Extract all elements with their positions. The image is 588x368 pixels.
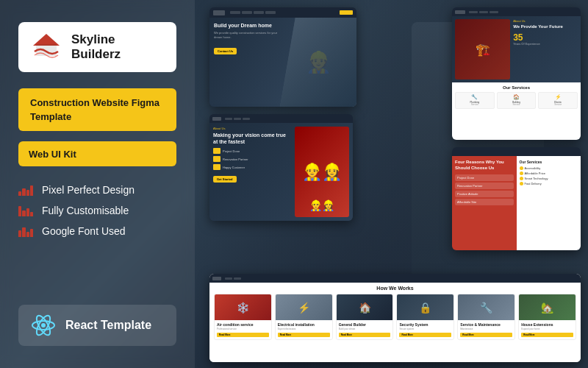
why-reason-4: Affordable Site — [455, 199, 514, 205]
mock-logo — [213, 10, 225, 15]
why-reason-1: Project Done — [455, 174, 514, 181]
why-service-3: Smart Technology — [520, 177, 578, 180]
hero-title: Build your Dream home — [214, 22, 283, 29]
why-service-4: Fast Delivery — [520, 182, 578, 185]
react-badge: React Template — [18, 305, 176, 346]
why-service-1: Accessibility — [520, 166, 578, 170]
why-reason-3: Positive Attitude — [455, 191, 514, 197]
why-right-panel: Our Services Accessibility Affordable Pr… — [517, 156, 581, 250]
brand-name: Skyline Builderz — [71, 32, 165, 63]
how-card-6: 🏡 House Extensions Expand your home Read… — [518, 294, 576, 340]
mockup-hero: Build your Dream home We provide quality… — [209, 7, 356, 107]
pixel-perfect-icon — [18, 184, 33, 196]
mockup-about-page: About Us Making your vision come true at… — [209, 114, 353, 221]
left-panel: Skyline Builderz Construction Website Fi… — [0, 0, 195, 368]
react-icon — [30, 312, 57, 339]
mockups-panel: Build your Dream home We provide quality… — [198, 0, 588, 368]
mockup-why-choose: Four Reasons Why You Should Choose Us Pr… — [452, 147, 581, 250]
hero-sub: We provide quality construction services… — [214, 31, 283, 39]
webui-badge: Web UI Kit — [18, 141, 176, 166]
ap-feat-3: Happy Customer — [213, 164, 291, 170]
how-works-cards: ❄️ Air condition service Professional se… — [214, 294, 576, 340]
feature-customisable: Fully Customisable — [18, 205, 176, 216]
ap-cta: Get Started — [213, 176, 237, 183]
ap-feat-2: Renovation Partner — [213, 156, 291, 162]
svg-point-2 — [41, 323, 46, 328]
how-card-5: 🔧 Service & Maintenance Maintenance Read… — [457, 294, 515, 340]
feature-pixel-perfect: Pixel Perfect Design — [18, 184, 176, 196]
why-left-panel: Four Reasons Why You Should Choose Us Pr… — [452, 156, 517, 250]
how-works-title: How We Works — [214, 286, 576, 291]
feature-google-font-label: Google Font Used — [42, 225, 126, 237]
feature-customisable-label: Fully Customisable — [42, 205, 129, 216]
about-title: We Provide Your Future — [513, 24, 578, 30]
stat-label: Years Of Experience — [513, 42, 578, 46]
mockup-about-services: 🏗️ About Us We Provide Your Future 35 Ye… — [452, 7, 581, 140]
service-item-2: 🏠 Building Service — [497, 92, 537, 109]
hero-cta: Contact Us — [214, 48, 237, 54]
hero-image: 👷 — [280, 18, 356, 107]
ap-workers-image: 👷‍♂️👷‍♀️ — [295, 127, 349, 217]
service-item-3: ⚡ Electric Service — [538, 92, 578, 109]
how-card-4: 🔒 Security System Secure system Read Mor… — [396, 294, 454, 340]
about-image: 🏗️ — [455, 19, 510, 79]
about-tag: About Us — [513, 19, 578, 23]
stat-number: 35 — [513, 33, 578, 42]
google-font-icon — [18, 225, 33, 237]
features-list: Pixel Perfect Design Fully Customisable … — [18, 184, 176, 237]
logo-area: Skyline Builderz — [18, 22, 176, 72]
mockup-how-works: How We Works ❄️ Air condition service Pr… — [209, 274, 581, 362]
figma-badge-text: Construction Website Figma Template — [30, 97, 159, 122]
logo-icon — [30, 31, 62, 63]
react-badge-text: React Template — [65, 319, 151, 332]
how-card-2: ⚡ Electrical installation Expert electri… — [275, 294, 333, 340]
ap-tag: About Us — [213, 127, 291, 130]
why-title: Four Reasons Why You Should Choose Us — [455, 160, 514, 171]
services-section: Our Services 🔧 Plumbing Service 🏠 Buildi… — [452, 82, 581, 140]
feature-pixel-perfect-label: Pixel Perfect Design — [42, 184, 135, 196]
figma-badge: Construction Website Figma Template — [18, 88, 176, 131]
svg-marker-0 — [33, 34, 60, 46]
ap-feat-1: Project Done — [213, 148, 291, 154]
service-item-1: 🔧 Plumbing Service — [455, 92, 495, 109]
why-service-2: Affordable Price — [520, 171, 578, 175]
why-services-title: Our Services — [520, 160, 578, 164]
how-card-3: 🏠 General Builder Build your dream Read … — [336, 294, 394, 340]
customisable-icon — [18, 205, 33, 216]
ap-title: Making your vision come true at the fast… — [213, 132, 291, 145]
about-section: 🏗️ About Us We Provide Your Future 35 Ye… — [452, 16, 581, 82]
services-title: Our Services — [455, 85, 578, 90]
webui-badge-text: Web UI Kit — [29, 149, 76, 160]
feature-google-font: Google Font Used — [18, 225, 176, 237]
why-reason-2: Renovation Partner — [455, 183, 514, 189]
how-card-1: ❄️ Air condition service Professional se… — [214, 294, 272, 340]
